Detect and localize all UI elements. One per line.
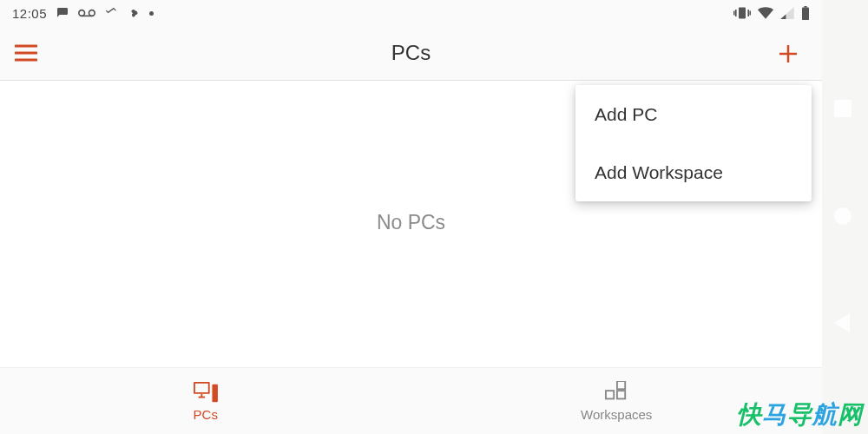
menu-button[interactable] [0,26,52,81]
menu-item-add-pc[interactable]: Add PC [575,85,812,143]
svg-rect-20 [606,391,614,398]
svg-rect-17 [212,384,218,401]
workspaces-icon [604,381,628,404]
add-button[interactable] [763,26,813,81]
svg-point-1 [89,10,95,16]
plus-icon [778,43,799,64]
nav-tab-label: Workspaces [581,407,652,422]
bottom-nav: PCs Workspaces [0,367,822,434]
status-time: 12:05 [12,6,47,21]
menu-item-label: Add Workspace [595,162,723,183]
hamburger-icon [15,44,37,62]
nav-tab-workspaces[interactable]: Workspaces [411,368,823,434]
wifi-icon [758,7,773,19]
svg-rect-9 [804,6,806,8]
status-left: 12:05 [12,6,154,21]
status-bar: 12:05 [0,0,822,26]
status-right [733,6,810,20]
nav-tab-pcs[interactable]: PCs [0,368,411,434]
add-menu-popup: Add PC Add Workspace [575,85,812,201]
battery-icon [801,6,810,20]
svg-rect-3 [739,8,746,19]
cellular-icon [780,7,794,19]
recent-apps-icon[interactable] [834,100,852,117]
voicemail-icon [78,8,95,18]
note-icon [56,6,69,20]
back-icon[interactable] [834,313,850,332]
svg-point-0 [79,10,85,16]
empty-state-text: No PCs [377,211,445,234]
svg-rect-22 [617,381,625,389]
missed-call-icon [104,6,118,20]
app-screen: 12:05 PCs No PCs Add PC Add Work [0,0,822,434]
page-title: PCs [0,41,822,65]
fan-icon [127,6,141,20]
pc-icon [193,381,219,404]
menu-item-label: Add PC [595,104,657,125]
vibrate-icon [733,6,751,20]
svg-rect-21 [617,391,625,398]
home-icon[interactable] [834,207,852,225]
menu-item-add-workspace[interactable]: Add Workspace [575,143,812,201]
status-dot-icon [149,11,154,16]
app-bar: PCs [0,26,822,81]
svg-rect-16 [195,383,208,391]
android-nav-strip [822,0,868,434]
svg-rect-8 [802,8,809,20]
nav-tab-label: PCs [194,407,218,422]
